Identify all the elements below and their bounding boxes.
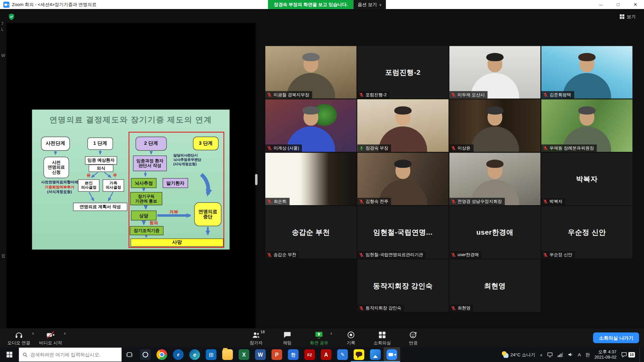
participant-tile[interactable]: 최현영 최현영 <box>449 259 541 312</box>
chevron-up-icon[interactable] <box>330 331 332 335</box>
taskbar-app-internet-explorer-icon[interactable]: e <box>170 347 186 362</box>
network-signal-icon[interactable] <box>557 352 563 357</box>
person-head <box>580 108 594 125</box>
task-view-button[interactable] <box>121 347 137 362</box>
participant-tile[interactable]: 전영경 성남수정지회장 <box>449 153 541 205</box>
maximize-button[interactable] <box>609 0 627 9</box>
participant-name: 최순희 <box>274 199 287 204</box>
viewing-banner-text: 장경숙 부장의 화면을 보고 있습니다. <box>268 0 354 9</box>
participant-tile[interactable]: 동작지회장 강인숙 동작지회장 강인숙 <box>357 259 448 312</box>
participant-tile[interactable]: 최순희 <box>265 153 357 205</box>
chevron-up-icon[interactable] <box>64 331 66 335</box>
taskbar-app-edge-icon[interactable]: e <box>186 347 203 362</box>
banner-options-button[interactable]: 옵션 보기 <box>354 0 386 9</box>
taskbar-app-kakaotalk-icon[interactable] <box>351 347 367 362</box>
label-yes: 유 <box>87 172 91 178</box>
video-thumbnail <box>449 46 541 99</box>
participant-tile[interactable]: 우순정 신안 우순정 신안 <box>541 206 633 259</box>
participants-button-label: 참가자 <box>250 340 263 346</box>
taskbar-app-acrobat-icon[interactable]: A <box>318 347 334 362</box>
taskbar-app-word-icon[interactable]: W <box>252 347 269 362</box>
leave-breakout-button[interactable]: 소회의실 나가기 <box>593 333 639 343</box>
participant-tile[interactable]: 포럼진행-2 포럼진행-2 <box>357 46 448 99</box>
participant-tile[interactable]: 김형숙 전주 <box>357 153 448 205</box>
record-button[interactable]: 기록 <box>339 329 363 346</box>
person-silhouette <box>471 126 519 152</box>
ime-indicator[interactable]: 한 <box>585 352 590 358</box>
label-refuse: 거부 <box>169 209 178 215</box>
notification-icon <box>621 352 627 357</box>
advance-directive-note: 사전연명의료의향서에 기증희망여부추가 (서식개정요청) <box>35 180 84 195</box>
participant-name-tag: user한경애 <box>449 251 482 258</box>
minimize-button[interactable] <box>592 0 609 9</box>
participant-tile[interactable]: 박복자 박복자 <box>541 153 633 205</box>
start-button[interactable] <box>0 347 19 362</box>
participant-tile[interactable]: 송갑순 부천 송갑순 부천 <box>265 206 357 259</box>
gallery-splitter-handle[interactable] <box>255 174 257 185</box>
notification-center-button[interactable]: 10 <box>621 352 635 357</box>
taskbar-app-store-icon[interactable]: ⊞ <box>203 347 219 362</box>
taskbar-app-filezilla-icon[interactable]: FZ <box>302 347 318 362</box>
mic-muted-icon <box>359 306 364 311</box>
taskbar-app-chrome-icon[interactable] <box>154 347 170 362</box>
participant-display-name: 임현철-국립연명... <box>357 206 448 259</box>
tray-expand-icon[interactable] <box>540 352 542 357</box>
video-thumbnail <box>357 153 448 205</box>
participant-tile-active-speaker[interactable]: 장경숙 부장 <box>357 99 448 152</box>
participant-tile[interactable]: 이계상 (서울) <box>265 99 357 152</box>
start-video-button[interactable]: 비디오 시작 <box>36 329 65 346</box>
chevron-up-icon[interactable] <box>32 331 34 335</box>
flow-box-pre-stage: 사전단계 <box>41 137 70 151</box>
language-indicator[interactable]: A <box>578 352 581 357</box>
participant-tile[interactable]: 임현철-국립연명... 임현철-국립연명의료관리기관 <box>357 206 448 259</box>
caret-down-icon <box>379 0 382 9</box>
participant-tile[interactable]: 이상윤 <box>449 99 541 152</box>
security-shield-icon[interactable] <box>8 13 15 22</box>
taskbar-clock[interactable]: 오후 4:37 2021-09-02 <box>594 349 616 360</box>
taskbar-app-file-explorer-icon[interactable] <box>219 347 236 362</box>
taskbar-app-hwp-icon[interactable]: 한 <box>285 347 302 362</box>
reactions-button[interactable]: 반응 <box>401 329 425 346</box>
video-thumbnail <box>265 99 357 152</box>
search-input[interactable] <box>31 352 118 357</box>
participant-display-name: 최현영 <box>449 259 541 312</box>
chat-button[interactable]: 채팅 <box>275 329 299 346</box>
zoom-app-icon <box>3 1 9 7</box>
participant-tile[interactable]: user한경애 user한경애 <box>449 206 541 259</box>
share-screen-icon <box>315 330 324 340</box>
participants-button[interactable]: 18 참가자 <box>244 329 268 346</box>
participant-tile[interactable]: 이광철 경북지부장 <box>265 46 357 99</box>
chat-button-label: 채팅 <box>283 340 292 346</box>
taskbar-app-zoom-icon[interactable] <box>384 347 400 362</box>
taskbar-app-photos-icon[interactable] <box>367 347 384 362</box>
taskbar-search-box[interactable] <box>19 348 121 362</box>
monitor-icon[interactable] <box>547 352 553 357</box>
close-button[interactable] <box>627 0 644 9</box>
breakout-rooms-button[interactable]: 소회의실 <box>370 329 394 346</box>
participant-tile[interactable]: 김준회평택 <box>541 46 633 99</box>
show-desktop-button[interactable] <box>640 347 642 362</box>
taskbar-app-obs-icon[interactable] <box>137 347 154 362</box>
flow-box-organ-donation: 장기조직기증 <box>130 226 163 235</box>
video-thumbnail <box>265 153 357 205</box>
join-audio-button[interactable]: 오디오 연결 <box>4 329 33 346</box>
person-head <box>395 108 410 125</box>
video-thumbnail <box>265 46 357 99</box>
view-layout-button[interactable]: 보기 <box>617 12 638 21</box>
participant-display-name: 포럼진행-2 <box>357 46 448 99</box>
share-screen-button[interactable]: 화면 공유 <box>307 329 332 346</box>
mic-muted-icon <box>267 146 272 151</box>
speaker-icon[interactable] <box>568 352 573 357</box>
weather-widget[interactable]: 24°C 소나기 <box>502 351 535 358</box>
mic-muted-icon <box>267 93 272 98</box>
shared-slide: 연명의료 결정제도와 장기기증 제도의 연계 <box>32 110 230 250</box>
participant-name-tag: 김형숙 전주 <box>357 198 391 205</box>
participant-name-tag: 우순정 신안 <box>541 251 575 258</box>
taskbar-app-powerpoint-icon[interactable]: P <box>269 347 285 362</box>
participant-tile[interactable]: 이두재 오산시 <box>449 46 541 99</box>
taskbar-app-excel-icon[interactable]: X <box>236 347 252 362</box>
participant-name-tag: 이계상 (서울) <box>265 144 302 152</box>
taskbar-app-notes-icon[interactable]: ✎ <box>334 347 351 362</box>
record-icon <box>346 330 356 340</box>
participant-tile[interactable]: 우재동 장례분과위원장 <box>541 99 633 152</box>
